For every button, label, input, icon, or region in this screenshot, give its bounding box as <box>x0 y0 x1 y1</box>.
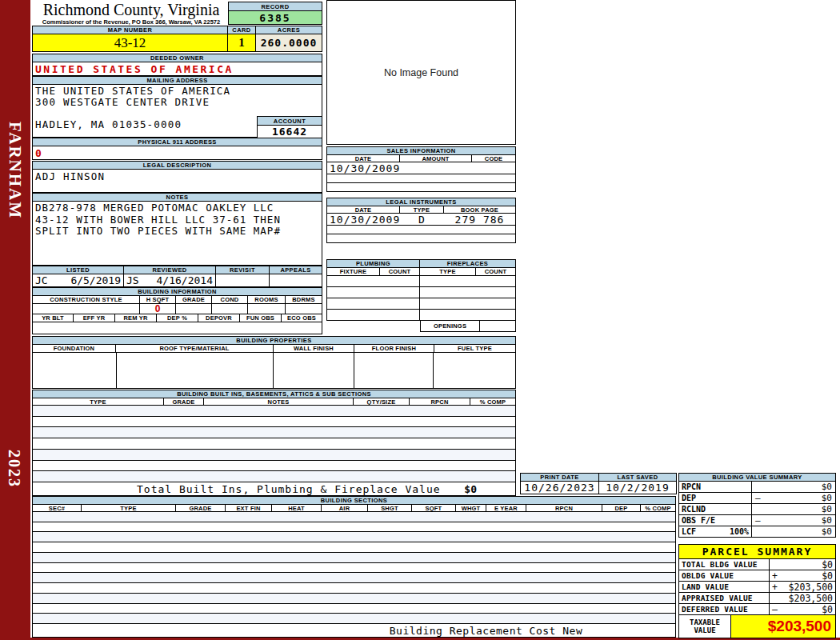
table-row <box>33 450 515 461</box>
fireplaces-title: FIREPLACES <box>420 259 516 268</box>
parcel-value: $0 <box>822 604 833 615</box>
bvs-op: – <box>755 515 765 526</box>
bvs-value: $0 <box>822 482 832 492</box>
card-value: 1 <box>228 34 256 52</box>
account-label: ACCOUNT <box>257 116 322 126</box>
table-row <box>33 583 675 594</box>
reviewed-label: REVIEWED <box>124 266 216 274</box>
parcel-summary-title: PARCEL SUMMARY <box>678 544 836 559</box>
table-row <box>33 604 675 614</box>
revisit-value <box>216 274 270 287</box>
col-foundation: FOUNDATION <box>32 345 116 353</box>
table-row <box>33 512 675 522</box>
bvs-value: $0 <box>822 504 832 514</box>
col-floor-finish: FLOOR FINISH <box>354 345 434 353</box>
col-sec-whgt: WHGT <box>456 505 486 512</box>
col-sec-eyear: E YEAR <box>486 505 526 512</box>
col-sec-extfin: EXT FIN <box>226 505 272 512</box>
wall-finish-value <box>274 353 354 388</box>
construction-style-value <box>32 304 140 314</box>
col-fuel-type: FUEL TYPE <box>434 345 516 353</box>
parcel-value: $0 <box>822 559 833 570</box>
listed-initials: JC <box>35 274 48 286</box>
table-row <box>33 532 675 542</box>
table-row <box>33 427 515 438</box>
building-information-block: BUILDING INFORMATION CONSTRUCTION STYLE … <box>32 287 322 334</box>
col-sale-amount: AMOUNT <box>400 155 472 162</box>
physical-address-value: 0 <box>32 146 322 160</box>
card-label: CARD <box>228 26 256 34</box>
instrument-row-empty <box>326 226 516 234</box>
built-ins-rows <box>32 406 516 482</box>
acres-label: ACRES <box>256 26 322 34</box>
col-sale-code: CODE <box>472 155 516 162</box>
col-roof-type: ROOF TYPE/MATERIAL <box>116 345 274 353</box>
table-row <box>33 614 675 623</box>
notes-line-3: SPLIT INTO TWO PIECES WITH SAME MAP# <box>35 226 322 238</box>
legal-description-value: ADJ HINSON <box>32 170 322 193</box>
acres-value: 260.0000 <box>256 34 322 52</box>
notes-label: NOTES <box>32 193 322 202</box>
appeals-value <box>270 274 322 287</box>
county-subtitle: Commissioner of the Revenue, PO Box 366,… <box>35 18 227 26</box>
parcel-label: DEFERRED VALUE <box>678 604 770 615</box>
record-label: RECORD <box>228 2 322 11</box>
legal-description-block: LEGAL DESCRIPTION ADJ HINSON <box>32 161 322 193</box>
county-title: Richmond County, Virginia <box>35 2 227 18</box>
instrument-row-empty <box>326 234 516 243</box>
col-sec-dep: DEP <box>602 505 641 512</box>
plumbing-fireplaces-block: PLUMBING FIREPLACES FIXTURE COUNT TYPE C… <box>326 259 516 332</box>
bvs-label: LCF <box>682 527 696 536</box>
table-row <box>33 471 515 482</box>
legal-instruments-title: LEGAL INSTRUMENTS <box>326 198 516 206</box>
sale-date-value: 10/30/2009 <box>326 162 516 174</box>
bvs-label: OBS F/E <box>682 516 715 525</box>
plumbing-fireplaces-rows <box>326 276 516 321</box>
mailing-line-1: THE UNITED STATES OF AMERICA <box>35 86 322 97</box>
print-date-value: 10/26/2023 <box>520 482 599 494</box>
property-record-card: FARNHAM 2023 Richmond County, Virginia C… <box>0 0 840 640</box>
reviewed-value: JS 4/16/2014 <box>124 274 216 287</box>
col-rem-yr: REM YR <box>115 314 157 322</box>
foundation-value <box>33 353 117 388</box>
table-row <box>33 542 675 553</box>
sales-information-title: SALES INFORMATION <box>326 146 516 155</box>
bvs-value: $0 <box>822 526 832 537</box>
physical-address-block: PHYSICAL 911 ADDRESS 0 <box>32 138 322 160</box>
parcel-label: OBLDG VALUE <box>678 570 770 582</box>
print-date-label: PRINT DATE <box>520 473 599 482</box>
parcel-value: $203,500 <box>789 582 833 593</box>
last-saved-value: 10/2/2019 <box>599 482 677 494</box>
bvs-label: DEP <box>682 494 696 502</box>
col-bdrms: BDRMS <box>286 296 322 304</box>
building-value-summary-block: BUILDING VALUE SUMMARY RPCN $0 DEP –$0 R… <box>678 473 836 538</box>
revisit-label: REVISIT <box>216 266 270 274</box>
parcel-label: LAND VALUE <box>678 582 770 593</box>
map-number-value: 43-12 <box>32 34 228 52</box>
map-number-block: MAP NUMBER CARD ACRES 43-12 1 260.0000 <box>32 26 322 52</box>
account-value: 16642 <box>257 126 322 138</box>
col-sec-type: TYPE <box>82 505 176 512</box>
col-builtin-type: TYPE <box>32 398 164 406</box>
col-sec-grade: GRADE <box>176 505 226 512</box>
col-sec-num: SEC# <box>32 505 82 512</box>
col-eco-obs: ECO OBS <box>282 314 322 322</box>
parcel-row-total-bldg: TOTAL BLDG VALUE $0 <box>678 559 836 570</box>
fuel-type-value <box>434 353 515 388</box>
col-builtin-qty: QTY/SIZE <box>354 398 410 406</box>
instrument-date-value: 10/30/2009 <box>326 214 400 226</box>
deeded-owner-label: DEEDED OWNER <box>32 54 322 62</box>
account-block: ACCOUNT 16642 <box>257 116 322 138</box>
parcel-op: + <box>772 570 780 582</box>
bdrms-value <box>286 304 322 314</box>
col-wall-finish: WALL FINISH <box>274 345 354 353</box>
no-image-text: No Image Found <box>384 67 458 78</box>
sales-information-block: SALES INFORMATION DATE AMOUNT CODE 10/30… <box>326 146 516 192</box>
legal-instruments-block: LEGAL INSTRUMENTS DATE TYPE BOOK PAGE 10… <box>326 198 516 243</box>
bvs-label: RCLND <box>682 505 706 514</box>
record-block: RECORD 6385 <box>228 2 322 25</box>
district-spine: FARNHAM 2023 <box>0 0 30 640</box>
deeded-owner-block: DEEDED OWNER UNITED STATES OF AMERICA <box>32 54 322 76</box>
built-ins-total-label: Total Built Ins, Plumbing & Fireplace Va… <box>137 483 441 495</box>
col-dep-pct: DEP % <box>157 314 198 322</box>
